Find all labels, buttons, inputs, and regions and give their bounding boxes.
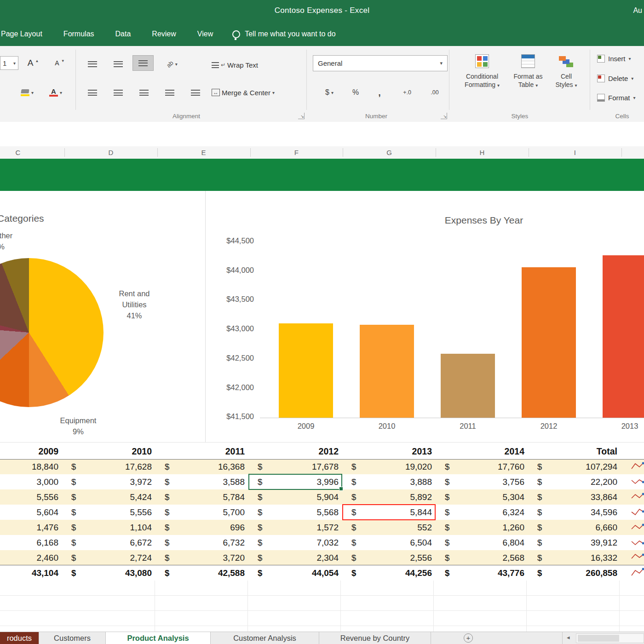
sheet-title-banner[interactable]	[0, 159, 644, 191]
column-header-g[interactable]: G	[343, 146, 436, 159]
cell-2013-row1[interactable]: $19,020	[342, 459, 436, 474]
number-dialog-launcher[interactable]: ↘	[441, 113, 447, 119]
pie-chart[interactable]: Categories Other 6% Rent and Utilities 4…	[0, 191, 206, 443]
bar-chart[interactable]: Expenses By Year $44,500$44,000$43,500$4…	[206, 191, 644, 443]
cell-total-row2[interactable]: $22,200	[528, 474, 621, 489]
align-right-button[interactable]	[133, 85, 155, 100]
column-header-c[interactable]: C	[0, 146, 64, 159]
sheet-tab-roducts[interactable]: roducts	[0, 632, 39, 644]
cell-2014-row4[interactable]: $6,324	[436, 505, 528, 520]
sheet-tab-customers[interactable]: Customers	[39, 632, 106, 644]
sheet-tab-customer-analysis[interactable]: Customer Analysis	[211, 632, 319, 644]
cell-2013-row3[interactable]: $5,892	[342, 489, 436, 505]
total-2011[interactable]: $42,588	[155, 565, 248, 581]
cell-2010-row6[interactable]: $6,672	[62, 535, 155, 550]
cell-2009-row3[interactable]: 5,556	[0, 489, 62, 505]
merge-center-button[interactable]: ↔ Merge & Center ▾	[209, 85, 277, 100]
increase-decimal-button[interactable]: +.0	[395, 85, 420, 100]
horizontal-scrollbar[interactable]	[576, 633, 644, 643]
account-label[interactable]: Au	[633, 6, 642, 15]
cell-2012-row4[interactable]: $5,568	[248, 505, 342, 520]
cell-total-row6[interactable]: $39,912	[528, 535, 621, 550]
cell-total-row4[interactable]: $34,596	[528, 505, 621, 520]
cell-2011-row5[interactable]: $696	[155, 520, 248, 535]
percent-style-button[interactable]: %	[346, 85, 365, 100]
comma-style-button[interactable]: ,	[370, 85, 389, 100]
cell-2010-row1[interactable]: $17,628	[62, 459, 155, 474]
bottom-align-button[interactable]	[132, 55, 154, 71]
cell-total-row3[interactable]: $33,864	[528, 489, 621, 505]
cell-2012-row1[interactable]: $17,678	[248, 459, 342, 474]
cell-2009-row7[interactable]: 2,460	[0, 550, 62, 565]
number-format-dropdown[interactable]: General ▾	[313, 55, 448, 71]
cell-2011-row4[interactable]: $5,700	[155, 505, 248, 520]
align-left-button[interactable]	[82, 85, 103, 100]
accounting-format-button[interactable]: $ ▾	[318, 85, 340, 100]
cell-2010-row4[interactable]: $5,556	[62, 505, 155, 520]
add-sheet-button[interactable]: +	[464, 633, 473, 643]
ribbon-tab-view[interactable]: View	[197, 30, 213, 38]
cell-2012-row6[interactable]: $7,032	[248, 535, 342, 550]
cell-total-row1[interactable]: $107,294	[528, 459, 621, 474]
alignment-dialog-launcher[interactable]: ↘	[298, 113, 305, 119]
cell-2009-row1[interactable]: 18,840	[0, 459, 62, 474]
cell-total-row5[interactable]: $6,660	[528, 520, 621, 535]
bar-2013[interactable]	[603, 255, 644, 418]
formula-bar-area[interactable]	[0, 122, 644, 146]
sheet-tab-product-analysis[interactable]: Product Analysis	[106, 632, 211, 644]
cell-2011-row1[interactable]: $16,368	[155, 459, 248, 474]
wrap-text-button[interactable]: ↵ Wrap Text	[209, 57, 260, 73]
cell-2014-row7[interactable]: $2,568	[436, 550, 528, 565]
decrease-font-size-button[interactable]: A▼	[48, 55, 72, 71]
bar-2012[interactable]	[522, 267, 576, 418]
orientation-button[interactable]: ab ▾	[159, 56, 185, 72]
total-2009[interactable]: 43,104	[0, 565, 62, 581]
cell-2011-row7[interactable]: $3,720	[155, 550, 248, 565]
cell-2009-row6[interactable]: 6,168	[0, 535, 62, 550]
column-header-f[interactable]: F	[250, 146, 343, 159]
increase-font-size-button[interactable]: A▲	[21, 55, 45, 71]
insert-cells-button[interactable]: Insert ▾	[597, 52, 644, 65]
total-2013[interactable]: $44,256	[342, 565, 436, 581]
bar-2011[interactable]	[441, 354, 495, 418]
scroll-left-icon[interactable]: ◂	[567, 634, 570, 641]
cell-2010-row7[interactable]: $2,724	[62, 550, 155, 565]
cell-2009-row4[interactable]: 5,604	[0, 505, 62, 520]
cell-total-row7[interactable]: $16,332	[528, 550, 621, 565]
total-total[interactable]: $260,858	[528, 565, 621, 581]
top-align-button[interactable]	[82, 56, 103, 72]
decrease-decimal-button[interactable]: .00	[422, 85, 447, 100]
cell-2010-row5[interactable]: $1,104	[62, 520, 155, 535]
empty-grid-cells[interactable]	[0, 581, 644, 632]
bar-2009[interactable]	[279, 323, 333, 418]
cell-styles-button[interactable]: Cell Styles ▾	[549, 50, 583, 109]
cell-2014-row3[interactable]: $5,304	[436, 489, 528, 505]
delete-cells-button[interactable]: Delete ▾	[597, 71, 644, 85]
column-header-e[interactable]: E	[157, 146, 250, 159]
ribbon-tab-page-layout[interactable]: Page Layout	[1, 30, 42, 38]
fill-color-button[interactable]: ▾	[16, 85, 39, 100]
decrease-indent-button[interactable]	[159, 85, 180, 100]
bar-2010[interactable]	[360, 325, 414, 418]
cell-2011-row2[interactable]: $3,588	[155, 474, 248, 489]
cell-2011-row3[interactable]: $5,784	[155, 489, 248, 505]
total-2010[interactable]: $43,080	[62, 565, 155, 581]
font-color-button[interactable]: A ▾	[44, 85, 67, 100]
font-size-dropdown[interactable]: 1 ▾	[0, 56, 18, 70]
column-header-i[interactable]: I	[529, 146, 621, 159]
cell-2012-row3[interactable]: $5,904	[248, 489, 342, 505]
cell-2014-row1[interactable]: $17,760	[436, 459, 528, 474]
cell-2013-row5[interactable]: $552	[342, 520, 436, 535]
fill-handle[interactable]	[339, 487, 343, 491]
column-header-h[interactable]: H	[436, 146, 529, 159]
cell-2014-row6[interactable]: $6,804	[436, 535, 528, 550]
cell-2014-row5[interactable]: $1,260	[436, 520, 528, 535]
cell-2010-row3[interactable]: $5,424	[62, 489, 155, 505]
increase-indent-button[interactable]	[185, 85, 206, 100]
sheet-tab-revenue-by-country[interactable]: Revenue by Country	[319, 632, 431, 644]
cell-2014-row2[interactable]: $3,756	[436, 474, 528, 489]
conditional-formatting-button[interactable]: Conditional Formatting ▾	[460, 50, 505, 109]
cell-2010-row2[interactable]: $3,972	[62, 474, 155, 489]
format-cells-button[interactable]: Format ▾	[597, 91, 644, 104]
cell-2012-row5[interactable]: $1,572	[248, 520, 342, 535]
